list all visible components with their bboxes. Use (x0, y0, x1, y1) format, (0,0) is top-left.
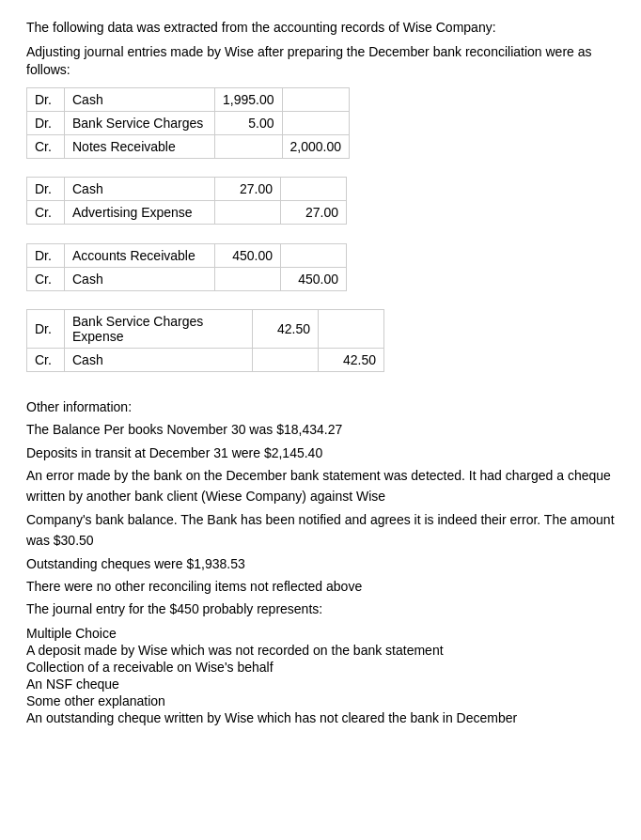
credit-cell (281, 178, 347, 201)
credit-cell: 42.50 (319, 349, 384, 372)
debit-cell (215, 267, 281, 290)
credit-cell (282, 111, 350, 134)
dr-cr-cell: Dr. (27, 310, 65, 349)
table-row: Cr. Notes Receivable 2,000.00 (27, 134, 350, 158)
journal-table-4: Dr. Bank Service Charges Expense 42.50 C… (26, 309, 384, 381)
intro-line1: The following data was extracted from th… (26, 19, 615, 38)
account-cell: Cash (65, 178, 215, 201)
account-cell: Cash (65, 349, 253, 372)
dr-cr-cell: Dr. (27, 243, 65, 267)
journal-table-1: Dr. Cash 1,995.00 Dr. Bank Service Charg… (26, 87, 350, 168)
account-cell: Bank Service Charges (65, 111, 215, 134)
journal-table-2: Dr. Cash 27.00 Cr. Advertising Expense 2… (26, 177, 347, 234)
dr-cr-cell: Dr. (27, 87, 65, 111)
spacer-row (27, 290, 347, 300)
debit-cell: 42.50 (253, 310, 319, 349)
other-info-heading: Other information: (26, 397, 615, 417)
table-row: Cr. Advertising Expense 27.00 (27, 201, 347, 225)
table-row: Cr. Cash 450.00 (27, 267, 347, 290)
table-row: Dr. Cash 1,995.00 (27, 87, 350, 111)
option-3[interactable]: Some other explanation (26, 693, 615, 708)
debit-cell (253, 349, 319, 372)
debit-cell (215, 134, 283, 158)
option-1[interactable]: Collection of a receivable on Wise's beh… (26, 660, 615, 675)
dr-cr-cell: Cr. (27, 267, 65, 290)
option-2[interactable]: An NSF cheque (26, 677, 615, 692)
account-cell: Cash (65, 267, 215, 290)
dr-cr-cell: Cr. (27, 349, 65, 372)
table-row: Dr. Bank Service Charges 5.00 (27, 111, 350, 134)
spacer-row (27, 225, 347, 234)
credit-cell (282, 87, 350, 111)
other-info-line-2: An error made by the bank on the Decembe… (26, 465, 615, 507)
dr-cr-cell: Dr. (27, 111, 65, 134)
journal-table-3: Dr. Accounts Receivable 450.00 Cr. Cash … (26, 243, 347, 301)
dr-cr-cell: Cr. (27, 134, 65, 158)
option-0[interactable]: A deposit made by Wise which was not rec… (26, 643, 615, 658)
account-cell: Notes Receivable (65, 134, 215, 158)
option-4[interactable]: An outstanding cheque written by Wise wh… (26, 710, 615, 725)
debit-cell: 5.00 (215, 111, 283, 134)
dr-cr-cell: Dr. (27, 178, 65, 201)
debit-cell (215, 201, 281, 225)
table-row: Dr. Cash 27.00 (27, 178, 347, 201)
spacer-row (27, 158, 350, 167)
multiple-choice-label: Multiple Choice (26, 626, 615, 641)
dr-cr-cell: Cr. (27, 201, 65, 225)
account-cell: Bank Service Charges Expense (65, 310, 253, 349)
credit-cell: 27.00 (281, 201, 347, 225)
other-info-line-3: Company's bank balance. The Bank has bee… (26, 509, 615, 552)
other-info-line-6: The journal entry for the $450 probably … (26, 599, 615, 619)
spacer-row (27, 372, 384, 381)
credit-cell: 2,000.00 (282, 134, 350, 158)
credit-cell: 450.00 (281, 267, 347, 290)
other-info-line-4: Outstanding cheques were $1,938.53 (26, 553, 615, 574)
account-cell: Advertising Expense (65, 201, 215, 225)
account-cell: Accounts Receivable (65, 243, 215, 267)
other-info-line-0: The Balance Per books November 30 was $1… (26, 419, 615, 440)
account-cell: Cash (65, 87, 215, 111)
multiple-choice-section: Multiple Choice A deposit made by Wise w… (26, 626, 615, 725)
credit-cell (281, 243, 347, 267)
other-info-section: Other information: The Balance Per books… (26, 397, 615, 620)
debit-cell: 1,995.00 (215, 87, 283, 111)
debit-cell: 27.00 (215, 178, 281, 201)
table-row: Dr. Accounts Receivable 450.00 (27, 243, 347, 267)
intro-line2: Adjusting journal entries made by Wise a… (26, 43, 615, 80)
table-row: Cr. Cash 42.50 (27, 349, 384, 372)
table-row: Dr. Bank Service Charges Expense 42.50 (27, 310, 384, 349)
credit-cell (319, 310, 384, 349)
other-info-line-1: Deposits in transit at December 31 were … (26, 443, 615, 463)
debit-cell: 450.00 (215, 243, 281, 267)
other-info-line-5: There were no other reconciling items no… (26, 576, 615, 597)
